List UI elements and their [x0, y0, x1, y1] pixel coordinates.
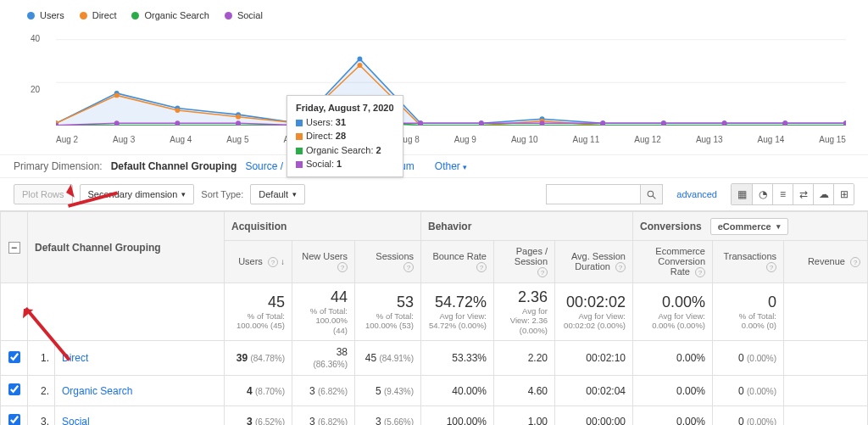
chevron-down-icon: ▾ [776, 222, 781, 231]
svg-point-18 [114, 92, 120, 98]
tooltip-row: Direct: 28 [296, 129, 394, 143]
chart-canvas [56, 29, 846, 126]
svg-point-59 [648, 191, 654, 197]
search-button[interactable] [640, 185, 662, 204]
conversion-selector[interactable]: eCommerce ▾ [710, 218, 788, 235]
svg-point-20 [236, 115, 241, 120]
legend-dot-icon [225, 12, 232, 20]
legend-label: Direct [92, 10, 117, 20]
x-tick-label: Aug 5 [226, 135, 248, 144]
help-icon[interactable]: ? [537, 267, 548, 277]
legend-item[interactable]: Social [225, 10, 263, 20]
table-group-header: − Default Channel Grouping Acquisition B… [1, 212, 868, 241]
x-tick-label: Aug 2 [56, 135, 78, 144]
channel-link[interactable]: Organic Search [62, 385, 132, 397]
help-icon[interactable]: ? [268, 257, 278, 267]
view-bars-icon[interactable]: ≡ [772, 184, 793, 204]
svg-point-22 [358, 63, 363, 68]
col-users[interactable]: Users ? ↓ [225, 241, 292, 283]
tooltip-row: Social: 1 [296, 157, 394, 171]
legend-item[interactable]: Organic Search [131, 10, 209, 20]
col-sessions[interactable]: Sessions ? [355, 241, 421, 283]
help-icon[interactable]: ? [766, 262, 776, 272]
help-icon[interactable]: ? [403, 262, 414, 272]
row-name: Social [55, 406, 225, 425]
row-checkbox[interactable] [8, 383, 20, 395]
search-input[interactable] [547, 185, 640, 204]
legend-dot-icon [27, 12, 35, 20]
chart-tooltip: Friday, August 7, 2020 Users: 31Direct: … [287, 95, 403, 177]
tooltip-swatch-icon [296, 120, 303, 126]
dim-other[interactable]: Other ▾ [435, 160, 467, 172]
secondary-dimension-dropdown[interactable]: Secondary dimension ▾ [80, 184, 195, 204]
legend-label: Social [237, 10, 263, 20]
svg-point-52 [479, 120, 484, 125]
tooltip-swatch-icon [296, 148, 303, 154]
row-rank: 1. [28, 341, 55, 376]
table-row: 3. Social 3 (6.52%) 3 (6.82%) 3 (5.66%) … [1, 406, 868, 425]
dim-active[interactable]: Default Channel Grouping [111, 160, 237, 172]
svg-point-57 [782, 120, 787, 125]
advanced-link[interactable]: advanced [676, 189, 717, 199]
row-rank: 2. [28, 376, 55, 406]
view-cloud-icon[interactable]: ☁ [813, 184, 833, 204]
primary-dimension-label: Primary Dimension: [14, 160, 103, 172]
collapse-all-button[interactable]: − [8, 242, 20, 254]
x-tick-label: Aug 14 [758, 135, 785, 144]
help-icon[interactable]: ? [337, 262, 348, 272]
sort-down-icon: ↓ [281, 257, 285, 266]
data-table: − Default Channel Grouping Acquisition B… [0, 211, 868, 425]
plot-rows-button: Plot Rows [14, 184, 73, 204]
chevron-down-icon: ▾ [463, 163, 467, 171]
col-tx[interactable]: Transactions ? [713, 241, 784, 283]
x-tick-label: Aug 3 [113, 135, 135, 144]
search-icon [646, 189, 657, 200]
help-icon[interactable]: ? [695, 267, 705, 277]
legend-item[interactable]: Direct [80, 10, 117, 20]
table-row: 2. Organic Search 4 (8.70%) 3 (6.82%) 5 … [1, 376, 868, 406]
svg-point-8 [358, 56, 363, 61]
view-pivot-icon[interactable]: ⊞ [833, 184, 854, 204]
x-tick-label: Aug 4 [170, 135, 192, 144]
tooltip-row: Users: 31 [296, 115, 394, 130]
svg-point-56 [722, 120, 727, 125]
row-checkbox[interactable] [8, 351, 20, 363]
search-box [546, 184, 663, 204]
col-duration[interactable]: Avg. Session Duration ? [555, 241, 633, 283]
ytick-20: 20 [31, 85, 40, 94]
col-bounce[interactable]: Bounce Rate ? [421, 241, 494, 283]
channel-link[interactable]: Direct [62, 352, 88, 364]
col-pps[interactable]: Pages / Session ? [494, 241, 555, 283]
help-icon[interactable]: ? [476, 262, 487, 272]
dimension-header[interactable]: Default Channel Grouping [28, 212, 225, 283]
svg-line-60 [653, 196, 655, 199]
primary-dimension-row: Primary Dimension: Default Channel Group… [0, 154, 868, 177]
view-table-icon[interactable]: ▦ [732, 184, 752, 204]
row-name: Direct [55, 341, 225, 376]
channel-link[interactable]: Social [62, 416, 90, 425]
chart-area: UsersDirectOrganic SearchSocial 40 20 Au… [0, 0, 868, 154]
col-revenue[interactable]: Revenue ? [784, 241, 868, 283]
table-row: 1. Direct 39 (84.78%) 38 (86.36%) 45 (84… [1, 341, 868, 376]
legend-label: Users [40, 10, 64, 20]
legend-item[interactable]: Users [27, 10, 64, 20]
ytick-40: 40 [31, 34, 40, 43]
legend-dot-icon [131, 12, 139, 20]
view-pie-icon[interactable]: ◔ [752, 184, 772, 204]
view-compare-icon[interactable]: ⇄ [793, 184, 813, 204]
row-checkbox[interactable] [8, 414, 20, 425]
x-tick-label: Aug 9 [454, 135, 476, 144]
group-acquisition: Acquisition [225, 212, 421, 241]
col-newusers[interactable]: New Users ? [292, 241, 355, 283]
row-rank: 3. [28, 406, 55, 425]
help-icon[interactable]: ? [615, 262, 626, 272]
x-axis-labels: Aug 2Aug 3Aug 4Aug 5Aug 6Aug 7Aug 8Aug 9… [56, 135, 846, 144]
sort-type-dropdown[interactable]: Default ▾ [250, 184, 305, 204]
help-icon[interactable]: ? [850, 257, 860, 267]
col-ecr[interactable]: Ecommerce Conversion Rate ? [633, 241, 713, 283]
chart-legend: UsersDirectOrganic SearchSocial [14, 7, 854, 29]
tooltip-title: Friday, August 7, 2020 [296, 101, 394, 115]
tooltip-swatch-icon [296, 133, 303, 140]
line-chart: 40 20 Aug 2Aug 3Aug 4Aug 5Aug 6Aug 7Aug … [14, 29, 854, 148]
view-buttons: ▦ ◔ ≡ ⇄ ☁ ⊞ [731, 183, 854, 205]
